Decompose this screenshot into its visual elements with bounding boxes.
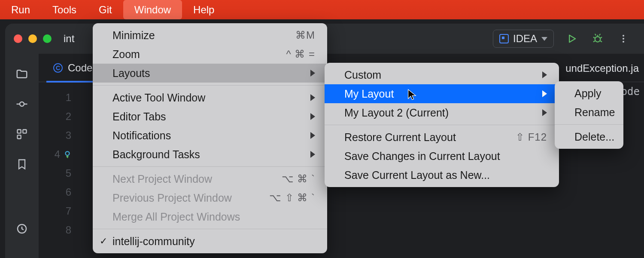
menu-item-label: Notifications bbox=[112, 129, 171, 142]
menu-item-save-changes-current-layout[interactable]: Save Changes in Current Layout bbox=[325, 147, 559, 166]
maximize-window-button[interactable] bbox=[43, 34, 52, 43]
debug-button[interactable] bbox=[590, 31, 605, 46]
build-tool-icon[interactable] bbox=[15, 221, 29, 236]
menu-item-active-tool-window[interactable]: Active Tool Window bbox=[93, 88, 327, 107]
menu-item-label: My Layout bbox=[344, 88, 394, 100]
menu-item-label: Apply bbox=[574, 87, 601, 100]
gutter-line[interactable]: 8 bbox=[39, 221, 79, 240]
menu-shortcut: ⌥ ⌘ ` bbox=[282, 173, 315, 185]
editor-gutter: 1 2 3 4 5 6 7 8 bbox=[39, 82, 79, 258]
menu-item-label: intellij-community bbox=[112, 235, 195, 248]
more-actions-button[interactable] bbox=[616, 31, 631, 46]
menu-item-label: Minimize bbox=[112, 29, 155, 42]
menu-item-label: Editor Tabs bbox=[112, 111, 166, 123]
menu-item-label: Save Current Layout as New... bbox=[344, 169, 490, 181]
menu-shortcut: ⌘M bbox=[295, 29, 315, 41]
svg-rect-5 bbox=[18, 130, 21, 133]
titlebar-right: IDEA bbox=[493, 30, 635, 48]
submenu-arrow-icon bbox=[542, 71, 547, 78]
menubar-item-run[interactable]: Run bbox=[0, 0, 41, 19]
check-icon: ✓ bbox=[100, 236, 107, 247]
svg-point-9 bbox=[66, 151, 70, 155]
submenu-arrow-icon bbox=[310, 70, 315, 77]
menu-item-label: Next Project Window bbox=[112, 173, 212, 185]
menu-item-minimize[interactable]: Minimize ⌘M bbox=[93, 26, 327, 45]
svg-point-0 bbox=[595, 37, 601, 42]
menu-item-background-tasks[interactable]: Background Tasks bbox=[93, 145, 327, 164]
submenu-arrow-icon bbox=[310, 94, 315, 101]
menu-separator bbox=[93, 229, 327, 229]
commit-tool-icon[interactable] bbox=[15, 97, 29, 111]
window-menu: Minimize ⌘M Zoom ^ ⌘ = Layouts Active To… bbox=[93, 23, 327, 253]
menu-item-next-project-window: Next Project Window ⌥ ⌘ ` bbox=[93, 169, 327, 188]
submenu-arrow-icon bbox=[310, 151, 315, 158]
menu-item-layout-my-layout[interactable]: My Layout bbox=[325, 84, 559, 103]
editor-tab-label: Code bbox=[68, 62, 92, 74]
menubar-item-tools[interactable]: Tools bbox=[41, 0, 88, 19]
gutter-line[interactable]: 3 bbox=[39, 126, 79, 145]
menu-item-label: Save Changes in Current Layout bbox=[344, 150, 500, 163]
menu-item-rename-layout[interactable]: Rename bbox=[555, 103, 623, 122]
editor-tab-partial-right[interactable]: undException.ja bbox=[565, 62, 639, 74]
left-tool-rail bbox=[5, 54, 39, 258]
run-config-selector[interactable]: IDEA bbox=[493, 30, 554, 48]
close-window-button[interactable] bbox=[14, 34, 22, 43]
gutter-implements-icon[interactable] bbox=[64, 150, 71, 158]
menu-item-editor-tabs[interactable]: Editor Tabs bbox=[93, 107, 327, 126]
svg-point-1 bbox=[623, 35, 624, 37]
gutter-line[interactable]: 4 bbox=[39, 145, 79, 164]
gutter-line[interactable]: 5 bbox=[39, 164, 79, 183]
menu-item-notifications[interactable]: Notifications bbox=[93, 126, 327, 145]
submenu-arrow-icon bbox=[310, 132, 315, 139]
menu-item-label: Layouts bbox=[112, 67, 150, 80]
layouts-submenu: Custom My Layout My Layout 2 (Current) R… bbox=[325, 63, 559, 187]
project-tool-icon[interactable] bbox=[15, 67, 29, 81]
bookmarks-tool-icon[interactable] bbox=[15, 157, 29, 172]
menu-item-delete-layout[interactable]: Delete... bbox=[555, 127, 623, 146]
menu-item-label: Restore Current Layout bbox=[344, 131, 456, 144]
menubar-item-window[interactable]: Window bbox=[123, 0, 182, 19]
menu-item-layouts[interactable]: Layouts bbox=[93, 64, 327, 83]
menu-item-previous-project-window: Previous Project Window ⌥ ⇧ ⌘ ` bbox=[93, 188, 327, 207]
gutter-line[interactable]: 2 bbox=[39, 107, 79, 126]
menu-item-layout-custom[interactable]: Custom bbox=[325, 65, 559, 84]
menu-item-label: Zoom bbox=[112, 48, 140, 61]
menu-item-zoom[interactable]: Zoom ^ ⌘ = bbox=[93, 45, 327, 64]
menu-item-save-current-layout-as-new[interactable]: Save Current Layout as New... bbox=[325, 166, 559, 184]
svg-rect-6 bbox=[23, 130, 26, 133]
minimize-window-button[interactable] bbox=[28, 34, 37, 43]
gutter-line[interactable]: 7 bbox=[39, 202, 79, 221]
menu-item-restore-current-layout[interactable]: Restore Current Layout ⇧ F12 bbox=[325, 128, 559, 147]
class-icon: C bbox=[53, 63, 63, 73]
menu-item-merge-all-windows: Merge All Project Windows bbox=[93, 207, 327, 226]
menu-shortcut: ⇧ F12 bbox=[516, 131, 547, 143]
menu-item-label: Delete... bbox=[574, 131, 614, 143]
window-title: int bbox=[64, 33, 74, 45]
menu-item-label: Background Tasks bbox=[112, 148, 200, 161]
svg-point-3 bbox=[623, 41, 624, 43]
svg-point-2 bbox=[623, 38, 624, 40]
run-config-icon bbox=[499, 34, 509, 43]
menu-item-label: Custom bbox=[344, 69, 381, 81]
menu-item-label: Previous Project Window bbox=[112, 192, 232, 204]
menu-shortcut: ^ ⌘ = bbox=[286, 48, 315, 60]
menu-separator bbox=[93, 166, 327, 167]
run-config-label: IDEA bbox=[513, 33, 537, 45]
editor-tab-code[interactable]: C Code bbox=[46, 54, 99, 82]
menu-separator bbox=[555, 124, 623, 125]
menu-item-apply-layout[interactable]: Apply bbox=[555, 84, 623, 103]
gutter-line[interactable]: 1 bbox=[39, 88, 79, 107]
run-button[interactable] bbox=[564, 31, 580, 46]
menubar-item-git[interactable]: Git bbox=[88, 0, 123, 19]
structure-tool-icon[interactable] bbox=[15, 127, 29, 141]
gutter-line[interactable]: 6 bbox=[39, 183, 79, 202]
menu-item-project-intellij-community[interactable]: ✓ intellij-community bbox=[93, 232, 327, 251]
svg-rect-7 bbox=[18, 135, 21, 138]
menu-item-layout-my-layout-2[interactable]: My Layout 2 (Current) bbox=[325, 103, 559, 122]
chevron-down-icon bbox=[541, 37, 547, 41]
menubar-item-help[interactable]: Help bbox=[182, 0, 225, 19]
svg-point-4 bbox=[20, 102, 24, 106]
submenu-arrow-icon bbox=[542, 90, 547, 97]
submenu-arrow-icon bbox=[310, 113, 315, 120]
menu-separator bbox=[325, 125, 559, 125]
